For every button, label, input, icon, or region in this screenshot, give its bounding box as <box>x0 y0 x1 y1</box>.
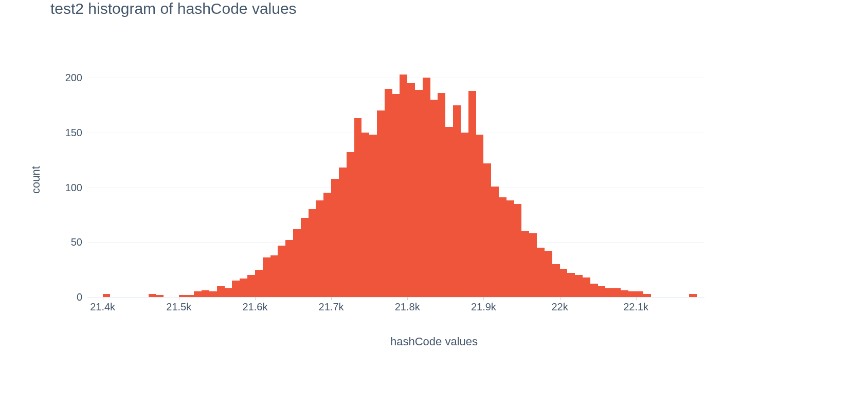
histogram-bar <box>194 291 202 297</box>
histogram-bar <box>407 83 415 297</box>
histogram-bar <box>339 168 347 297</box>
y-tick-label: 0 <box>51 291 82 303</box>
histogram-bar <box>613 288 621 297</box>
histogram-bar <box>240 279 247 297</box>
x-tick <box>407 297 408 300</box>
histogram-bar <box>567 273 575 297</box>
histogram-bar <box>103 294 111 297</box>
histogram-bar <box>209 291 217 297</box>
histogram-bar <box>507 200 514 297</box>
histogram-bar <box>217 286 225 297</box>
histogram-bar <box>285 240 293 297</box>
y-axis-label: count <box>29 166 43 194</box>
histogram-bar <box>263 257 270 297</box>
histogram-bar <box>156 295 164 297</box>
histogram-bar <box>689 294 697 297</box>
x-tick <box>636 297 637 300</box>
histogram-bar <box>385 89 392 297</box>
histogram-bar <box>537 248 545 297</box>
histogram-bar <box>628 291 636 297</box>
histogram-bar <box>438 93 445 297</box>
x-tick <box>103 297 103 300</box>
histogram-chart: test2 histogram of hashCode values count… <box>0 0 868 408</box>
x-tick <box>560 297 560 300</box>
chart-title: test2 histogram of hashCode values <box>50 0 297 17</box>
x-tick-label: 21.7k <box>319 301 344 313</box>
y-tick-label: 100 <box>51 181 82 193</box>
histogram-bar <box>529 233 537 297</box>
x-tick-label: 21.9k <box>471 301 496 313</box>
histogram-bar <box>423 78 430 297</box>
histogram-bar <box>354 118 362 297</box>
histogram-bar <box>377 110 385 297</box>
histogram-bar <box>453 105 461 297</box>
histogram-bar <box>461 133 468 297</box>
histogram-bar <box>331 179 339 297</box>
histogram-bar <box>552 264 560 297</box>
histogram-bar <box>583 277 590 297</box>
histogram-bar <box>225 288 232 297</box>
x-tick-label: 21.8k <box>395 301 420 313</box>
y-tick-label: 50 <box>51 236 82 248</box>
histogram-bar <box>347 152 354 297</box>
x-tick <box>255 297 256 300</box>
histogram-bar <box>545 251 552 297</box>
histogram-bar <box>499 197 507 297</box>
histogram-bar <box>605 288 613 297</box>
histogram-bar <box>590 284 598 297</box>
histogram-bar <box>232 281 240 297</box>
y-tick-label: 150 <box>51 127 82 139</box>
histogram-bar <box>247 275 255 297</box>
histogram-bar <box>430 100 438 297</box>
histogram-bar <box>521 231 529 297</box>
histogram-bar <box>202 290 209 297</box>
histogram-bar <box>187 295 194 297</box>
x-tick-label: 22k <box>551 301 568 313</box>
histogram-bar <box>316 200 323 297</box>
histogram-bar <box>149 294 156 297</box>
x-tick-label: 21.5k <box>166 301 191 313</box>
y-tick-label: 200 <box>51 72 82 84</box>
histogram-bar <box>293 229 301 297</box>
x-axis-line <box>87 297 704 298</box>
histogram-bar <box>323 193 331 297</box>
x-tick <box>331 297 332 300</box>
histogram-bar <box>415 90 423 297</box>
x-tick-label: 21.4k <box>90 301 115 313</box>
histogram-bar <box>361 133 369 297</box>
histogram-bar <box>445 127 453 297</box>
histogram-bar <box>476 135 484 297</box>
histogram-bar <box>636 291 644 297</box>
histogram-bar <box>179 295 187 297</box>
histogram-bar <box>560 269 568 297</box>
x-tick <box>179 297 179 300</box>
histogram-bar <box>309 209 316 297</box>
histogram-bar <box>483 163 491 297</box>
x-axis-label: hashCode values <box>0 335 868 348</box>
histogram-bar <box>270 255 278 297</box>
histogram-bar <box>621 290 628 297</box>
histogram-bar <box>392 94 400 297</box>
histogram-bar <box>514 204 522 297</box>
histogram-bars <box>87 67 704 297</box>
histogram-bar <box>369 135 377 297</box>
histogram-bar <box>575 275 583 297</box>
x-tick-label: 21.6k <box>242 301 267 313</box>
histogram-bar <box>468 91 476 297</box>
histogram-bar <box>400 75 407 297</box>
histogram-bar <box>643 294 651 297</box>
x-tick <box>483 297 484 300</box>
histogram-bar <box>255 270 263 297</box>
histogram-bar <box>491 187 499 297</box>
x-tick-label: 22.1k <box>623 301 648 313</box>
histogram-bar <box>301 218 309 297</box>
histogram-bar <box>598 286 606 297</box>
histogram-bar <box>278 246 285 297</box>
